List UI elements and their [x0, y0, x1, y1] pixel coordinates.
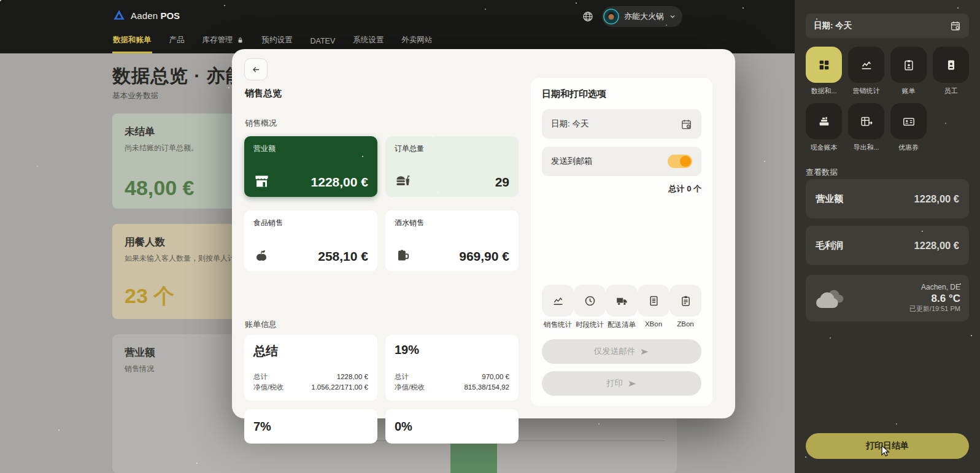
send-email-only-label: 仅发送邮件: [594, 346, 636, 357]
tile-label: 现金账本: [811, 143, 838, 152]
sidebar-metric-revenue[interactable]: 营业额 1228,00 €: [806, 179, 969, 218]
bills-section-label: 账单信息: [245, 319, 277, 330]
apple-icon: [253, 248, 269, 264]
stat-drinks[interactable]: 酒水销售 969,90 €: [385, 210, 519, 271]
print-type-hourly[interactable]: 时段统计: [574, 285, 606, 329]
user-name: 亦能大火锅: [624, 11, 664, 22]
calendar-icon: [681, 118, 692, 130]
bill-row-label: 净值/税收: [395, 382, 425, 393]
send-icon: [628, 379, 637, 388]
sales-overview-modal: 销售总览 销售概况 营业额 1228,00 € 订单总量 29 食品销售: [232, 49, 735, 418]
clock-icon: [574, 285, 606, 317]
user-menu[interactable]: 亦能大火锅: [602, 6, 682, 27]
metric-value: 1228,00 €: [914, 240, 959, 252]
clipboard-person-icon: [890, 47, 927, 83]
weather-city: Aachen, DE: [909, 283, 960, 292]
send-email-only-button[interactable]: 仅发送邮件: [542, 339, 701, 364]
bill-vat0-title: 0%: [395, 420, 509, 434]
stats-grid: 营业额 1228,00 € 订单总量 29 食品销售: [244, 136, 519, 271]
lock-icon: [236, 36, 244, 44]
tab-data-bills[interactable]: 数据和账单: [112, 30, 152, 53]
send-email-toggle[interactable]: [668, 155, 692, 168]
stat-orders-value: 29: [495, 175, 509, 190]
tile-label: 员工: [944, 87, 958, 96]
tile-label: 优惠券: [898, 143, 919, 152]
stat-revenue[interactable]: 营业额 1228,00 €: [244, 136, 377, 197]
avatar: [603, 9, 619, 25]
weather-temp: 8.6 °C: [909, 292, 960, 305]
bills-grid: 总结 总计1228,00 € 净值/税收1.056,22/171,00 € 19…: [244, 335, 519, 444]
tile-label: 数据和...: [811, 87, 836, 96]
sales-stats-icon: [542, 285, 574, 317]
tile-label: 账单: [902, 87, 916, 96]
stat-revenue-label: 营业额: [253, 144, 368, 154]
print-button-label: 打印: [606, 378, 623, 389]
print-daily-report-label: 打印日结单: [866, 440, 909, 452]
print-options-panel: 日期和打印选项 日期: 今天 发送到邮箱 总计 0 个 销售统计: [531, 78, 712, 406]
tile-cashbook[interactable]: 现金账本: [806, 103, 842, 152]
sidebar-date-field[interactable]: 日期: 今天: [806, 13, 969, 38]
staff-badge-icon: [933, 47, 969, 83]
print-type-label: XBon: [645, 320, 662, 328]
card-unsettled-value: 48,00 €: [125, 176, 194, 200]
stat-drinks-label: 酒水销售: [395, 218, 509, 228]
globe-icon[interactable]: [582, 10, 594, 23]
bill-vat7: 7%: [244, 409, 377, 444]
page-title: 数据总览 · 亦能: [112, 64, 245, 89]
sidebar-date-value: 日期: 今天: [814, 20, 852, 31]
cash-register-icon: [806, 103, 842, 139]
print-type-zbon[interactable]: ZBon: [669, 285, 701, 329]
brand-logo: Aaden POS: [112, 9, 180, 22]
bill-vat19: 19% 总计970,00 € 净值/税收815,38/154,92: [385, 335, 519, 401]
print-type-label: 时段统计: [576, 320, 604, 329]
bill-vat0: 0%: [385, 409, 519, 444]
tile-marketing-stats[interactable]: 营销统计: [848, 47, 884, 96]
date-picker-field[interactable]: 日期: 今天: [542, 109, 701, 139]
bill-row-value: 970,00 €: [482, 372, 509, 382]
cloud-icon: [814, 285, 846, 312]
sidebar-metric-profit[interactable]: 毛利润 1228,00 €: [806, 226, 969, 265]
bill-row-label: 总计: [253, 372, 268, 382]
weather-card: Aachen, DE 8.6 °C 已更新/19:51 PM: [806, 275, 969, 321]
send-icon: [640, 347, 649, 356]
back-button[interactable]: [244, 58, 268, 80]
stat-food-label: 食品销售: [253, 218, 368, 228]
stat-orders[interactable]: 订单总量 29: [385, 136, 519, 197]
print-daily-report-button[interactable]: 打印日结单: [806, 433, 969, 459]
modal-title: 销售总览: [245, 88, 282, 99]
weather-updated: 已更新/19:51 PM: [909, 305, 960, 313]
chart-line-icon: [848, 47, 884, 83]
food-order-icon: [395, 173, 411, 190]
bill-row-label: 总计: [395, 372, 409, 382]
tile-bills[interactable]: 账单: [890, 47, 927, 96]
calendar-icon: [950, 20, 961, 31]
nav-right: 亦能大火锅: [582, 6, 682, 27]
bill-summary-title: 总结: [253, 343, 368, 360]
stat-drinks-value: 969,90 €: [459, 249, 509, 264]
tile-coupons[interactable]: 优惠券: [890, 103, 927, 152]
print-options-title: 日期和打印选项: [542, 88, 701, 100]
print-type-xbon[interactable]: XBon: [638, 285, 669, 329]
send-email-field: 发送到邮箱: [542, 147, 701, 176]
bill-vat7-title: 7%: [253, 420, 368, 434]
stat-food[interactable]: 食品销售 258,10 €: [244, 210, 377, 271]
tab-products[interactable]: 产品: [169, 30, 185, 53]
brand-suffix: POS: [160, 10, 180, 21]
clipboard-icon: [669, 285, 701, 317]
card-diners-value: 23 个: [125, 282, 174, 310]
tile-staff[interactable]: 员工: [933, 47, 969, 96]
tile-export[interactable]: 导出和...: [848, 103, 884, 152]
sidebar-tiles: 数据和... 营销统计 账单 员工 现金账本: [806, 47, 969, 152]
tile-label: 导出和...: [853, 143, 879, 152]
tile-data-bills[interactable]: 数据和...: [806, 47, 842, 96]
print-type-label: ZBon: [677, 320, 694, 328]
table-export-icon: [848, 103, 884, 139]
beer-mug-icon: [395, 248, 411, 264]
print-button[interactable]: 打印: [542, 371, 701, 396]
chevron-down-icon: [669, 13, 676, 20]
print-type-delivery[interactable]: 配送清单: [606, 285, 638, 329]
print-type-sales[interactable]: 销售统计: [542, 285, 574, 329]
toggle-knob: [680, 156, 691, 167]
metric-label: 毛利润: [816, 240, 843, 252]
total-count-label: 总计 0 个: [542, 183, 701, 194]
